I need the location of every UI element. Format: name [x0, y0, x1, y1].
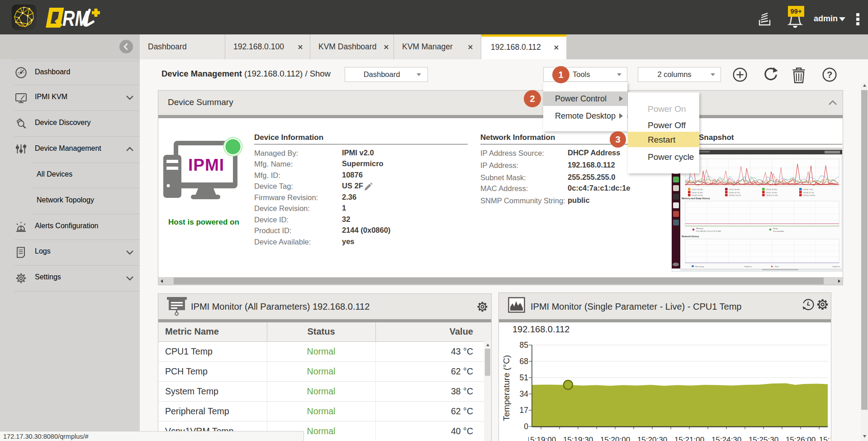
- svg-text:9.6 GiB (61.3 %) of 15.6 GiB: 9.6 GiB (61.3 %) of 15.6 GiB: [696, 230, 721, 232]
- svg-text:0 bytes/s: 0 bytes/s: [744, 265, 752, 268]
- svg-text:15:20:00: 15:20:00: [600, 436, 630, 441]
- svg-text:Receiving: Receiving: [695, 265, 704, 268]
- svg-text:CPU6 20.7%: CPU6 20.7%: [729, 192, 740, 194]
- svg-text:CPU3 20.6%: CPU3 20.6%: [766, 188, 777, 191]
- svg-text:CPU1 26.3%: CPU1 26.3%: [692, 188, 703, 191]
- svg-text:15:26:00: 15:26:00: [786, 436, 816, 441]
- svg-text:IPMI: IPMI: [188, 156, 224, 174]
- svg-text:CPU8 12.1%: CPU8 12.1%: [803, 192, 814, 194]
- svg-text:not available: not available: [773, 230, 784, 232]
- svg-text:0 bytes/s: 0 bytes/s: [832, 265, 840, 268]
- svg-text:15:19:00: 15:19:00: [528, 436, 556, 441]
- svg-text:15:21:00: 15:21:00: [674, 436, 704, 441]
- svg-text:CPU2 28.4%: CPU2 28.4%: [729, 188, 740, 191]
- svg-text:15:24:30: 15:24:30: [711, 436, 741, 441]
- svg-text:CPU7 13.3%: CPU7 13.3%: [766, 192, 777, 194]
- svg-text:15:25:30: 15:25:30: [749, 436, 778, 441]
- svg-text:CPU5 15.8%: CPU5 15.8%: [692, 192, 703, 194]
- svg-text:Network History: Network History: [682, 235, 699, 238]
- svg-text:Sent: Sent: [775, 265, 779, 268]
- svg-text:CPU10 14.2%: CPU10 14.2%: [729, 194, 741, 197]
- svg-text:15:20:30: 15:20:30: [637, 436, 667, 441]
- svg-text:15:27: 15:27: [819, 436, 830, 441]
- svg-text:CPU4 7.6%: CPU4 7.6%: [803, 188, 813, 191]
- svg-text:Memory: Memory: [696, 227, 703, 230]
- svg-text:CPU9 14.0%: CPU9 14.0%: [692, 194, 703, 197]
- svg-text:CPU12 14.8%: CPU12 14.8%: [803, 194, 815, 197]
- svg-text:15:19:30: 15:19:30: [563, 436, 593, 441]
- svg-text:Swap: Swap: [773, 227, 778, 230]
- svg-text:Memory and Swap History: Memory and Swap History: [682, 197, 710, 200]
- svg-text:?: ?: [827, 70, 832, 80]
- svg-text:CPU11 12.0%: CPU11 12.0%: [766, 194, 778, 197]
